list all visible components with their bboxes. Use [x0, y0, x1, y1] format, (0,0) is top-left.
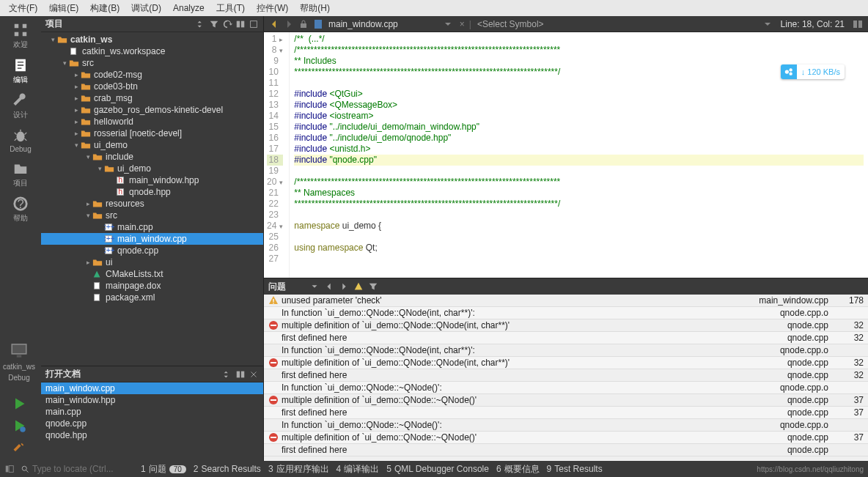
mode-项目[interactable]: 项目 [3, 160, 38, 188]
status-pane-9[interactable]: 9Test Results [547, 463, 603, 476]
locator-input[interactable] [32, 464, 135, 474]
open-doc-item[interactable]: main_window.cpp [41, 382, 263, 394]
problem-row[interactable]: multiple definition of `ui_demo::QNode::… [264, 394, 868, 407]
tree-item[interactable]: ▾include [41, 151, 263, 163]
run-debug-icon[interactable] [12, 418, 26, 433]
close-panel-icon[interactable] [249, 19, 259, 29]
svg-rect-33 [273, 299, 273, 302]
open-docs-list[interactable]: main_window.cppmain_window.hppmain.cppqn… [41, 382, 263, 461]
status-pane-5[interactable]: 5QML Debugger Console [386, 463, 489, 476]
toggle-sidebar-icon[interactable] [4, 464, 15, 474]
close-icon[interactable] [249, 369, 259, 380]
tree-item[interactable]: ▸resources [41, 198, 263, 210]
tree-item[interactable]: CMakeLists.txt [41, 268, 263, 280]
status-pane-2[interactable]: 2Search Results [194, 463, 261, 476]
menu-debug[interactable]: 调试(D) [127, 1, 166, 16]
dropdown-icon[interactable] [309, 281, 320, 292]
open-doc-item[interactable]: main_window.hpp [41, 394, 263, 406]
sync-icon[interactable] [222, 19, 232, 29]
tree-item[interactable]: ▸helloworld [41, 116, 263, 127]
tree-item[interactable]: ▾ui_demo [41, 139, 263, 151]
sort-icon[interactable] [196, 19, 206, 29]
menu-edit[interactable]: 编辑(E) [45, 1, 83, 16]
mode-帮助[interactable]: ?帮助 [3, 196, 38, 223]
problem-row[interactable]: In function `ui_demo::QNode::QNode(int, … [264, 307, 868, 319]
menu-help[interactable]: 帮助(H) [295, 1, 334, 16]
svg-rect-43 [12, 344, 26, 354]
project-tree[interactable]: ▾catkin_wscatkin_ws.workspace▾src▸code02… [41, 32, 263, 366]
tree-item[interactable]: ▸crab_msg [41, 92, 263, 104]
menu-tools[interactable]: 工具(T) [212, 1, 249, 16]
symbol-selector[interactable]: <Select Symbol> [477, 19, 544, 29]
problem-row[interactable]: first defined hereqnode.cpp32 [264, 369, 868, 382]
sort-icon[interactable] [222, 369, 232, 380]
problem-row[interactable]: first defined hereqnode.cpp32 [264, 332, 868, 344]
problem-row[interactable]: multiple definition of `ui_demo::QNode::… [264, 319, 868, 332]
status-pane-6[interactable]: 6概要信息 [496, 463, 540, 476]
menu-build[interactable]: 构建(B) [86, 1, 124, 16]
problem-row[interactable]: unused parameter 'check'main_window.cpp1… [264, 295, 868, 307]
tree-item[interactable]: ▾catkin_ws [41, 34, 263, 45]
locator[interactable] [21, 464, 135, 474]
tree-item[interactable]: ▸gazebo_ros_demos-kinetic-devel [41, 104, 263, 116]
tree-item[interactable]: ▸rosserial [noetic-devel] [41, 127, 263, 139]
problems-list[interactable]: unused parameter 'check'main_window.cpp1… [264, 295, 868, 461]
open-doc-item[interactable]: main.cpp [41, 406, 263, 418]
mode-设计[interactable]: 设计 [3, 92, 38, 120]
tree-item[interactable]: catkin_ws.workspace [41, 45, 263, 57]
prev-icon[interactable] [324, 281, 334, 292]
tree-item[interactable]: c++main_window.cpp [41, 233, 263, 245]
split-editor-icon[interactable] [852, 18, 864, 30]
problem-row[interactable]: first defined hereqnode.cpp [264, 444, 868, 456]
problem-row[interactable]: In function `ui_demo::QNode::~QNode()':q… [264, 382, 868, 394]
split-icon[interactable] [235, 369, 246, 380]
tree-item[interactable]: ▸code03-btn [41, 81, 263, 92]
menu-file[interactable]: 文件(F) [4, 1, 42, 16]
open-doc-item[interactable]: qnode.cpp [41, 418, 263, 429]
nav-fwd-icon[interactable] [283, 18, 295, 30]
dropdown-icon[interactable] [442, 18, 454, 30]
next-icon[interactable] [339, 281, 349, 292]
filter-icon[interactable] [209, 19, 219, 29]
tree-item[interactable]: hmain_window.hpp [41, 174, 263, 186]
tree-item[interactable]: ▾src [41, 210, 263, 221]
problem-row[interactable]: In function `ui_demo::QNode::~QNode()':q… [264, 419, 868, 432]
mode-Debug[interactable]: Debug [3, 127, 38, 153]
code-editor[interactable]: 1▸8▾9 10 11 12 13 14 15 16 17 18 19 20▾2… [264, 32, 868, 278]
problem-row[interactable]: first defined hereqnode.cpp37 [264, 407, 868, 419]
close-tab[interactable]: × [460, 19, 465, 29]
lock-icon[interactable] [298, 18, 309, 30]
run-icon[interactable] [12, 396, 26, 411]
tree-item[interactable]: c++qnode.cpp [41, 245, 263, 256]
tree-item[interactable]: package.xml [41, 292, 263, 303]
tree-item[interactable]: ▸ui [41, 256, 263, 268]
split-icon[interactable] [235, 19, 246, 29]
tree-item[interactable]: c++main.cpp [41, 221, 263, 233]
svg-rect-24 [237, 371, 240, 377]
tree-item[interactable]: mainpage.dox [41, 280, 263, 292]
line-col-indicator[interactable]: Line: 18, Col: 21 [781, 19, 845, 29]
nav-back-icon[interactable] [268, 18, 280, 30]
open-doc-item[interactable]: qnode.hpp [41, 429, 263, 441]
mode-编辑[interactable]: 编辑 [3, 57, 38, 85]
filter-icon[interactable] [368, 281, 378, 292]
tree-item[interactable]: ▸code02-msg [41, 69, 263, 81]
download-badge[interactable]: ↓ 120 KB/s [781, 64, 845, 79]
tree-item[interactable]: ▾ui_demo [41, 163, 263, 174]
mode-欢迎[interactable]: 欢迎 [3, 22, 38, 50]
warning-header-icon[interactable] [353, 281, 364, 292]
menu-analyze[interactable]: Analyze [169, 1, 209, 15]
tree-item[interactable]: hqnode.hpp [41, 186, 263, 198]
menu-widgets[interactable]: 控件(W) [252, 1, 293, 16]
dropdown-icon[interactable] [762, 18, 773, 30]
status-pane-4[interactable]: 4编译输出 [336, 463, 380, 476]
problem-row[interactable]: multiple definition of `ui_demo::QNode::… [264, 357, 868, 369]
status-pane-1[interactable]: 1问题70 [141, 463, 186, 476]
build-icon[interactable] [12, 440, 26, 455]
tree-item[interactable]: ▾src [41, 57, 263, 69]
status-pane-3[interactable]: 3应用程序输出 [268, 463, 329, 476]
problem-row[interactable]: In function `ui_demo::QNode::QNode(int, … [264, 344, 868, 357]
problem-row[interactable]: multiple definition of `ui_demo::QNode::… [264, 432, 868, 444]
svg-rect-42 [271, 437, 276, 438]
build-context[interactable]: catkin_ws Debug [3, 341, 35, 382]
